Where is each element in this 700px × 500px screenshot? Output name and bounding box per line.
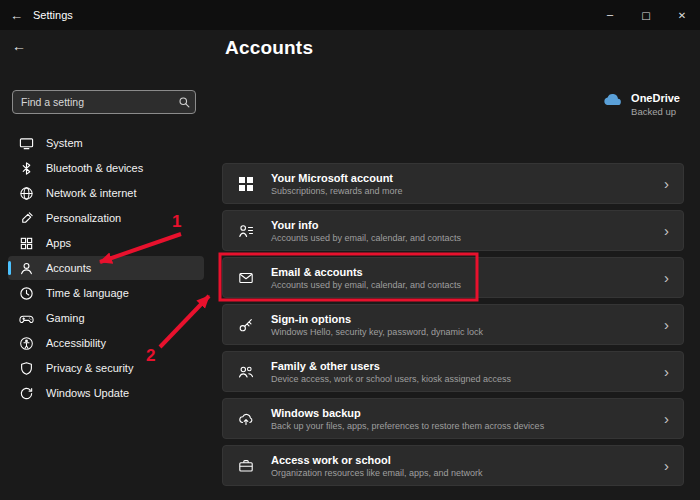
card-text: Your info Accounts used by email, calend…: [271, 219, 648, 243]
card-text: Your Microsoft account Subscriptions, re…: [271, 172, 648, 196]
card-text: Family & other users Device access, work…: [271, 360, 648, 384]
sidebar-item-label: Windows Update: [46, 387, 129, 399]
card-title: Your info: [271, 219, 648, 231]
sidebar-item-label: Privacy & security: [46, 362, 133, 374]
card-text: Access work or school Organization resou…: [271, 454, 648, 478]
chevron-right-icon: ›: [664, 411, 669, 426]
search-box[interactable]: [12, 90, 196, 114]
sidebar: System Bluetooth & devices Network & int…: [0, 30, 212, 500]
card-microsoft-account[interactable]: Your Microsoft account Subscriptions, re…: [222, 163, 684, 204]
bluetooth-icon: [18, 160, 34, 176]
titlebar-back-icon[interactable]: ←: [10, 8, 23, 23]
onedrive-status[interactable]: OneDrive Backed up: [601, 92, 680, 117]
people-icon: [237, 364, 255, 380]
titlebar-left: ← Settings: [0, 8, 73, 23]
card-subtitle: Accounts used by email, calendar, and co…: [271, 233, 648, 243]
card-title: Access work or school: [271, 454, 648, 466]
shield-icon: [18, 360, 34, 376]
window-controls: ─ □ ✕: [592, 0, 700, 30]
window-title: Settings: [33, 9, 73, 21]
sidebar-item-label: System: [46, 137, 83, 149]
microsoft-logo-icon: [237, 177, 255, 191]
sidebar-item-bluetooth-devices[interactable]: Bluetooth & devices: [8, 156, 204, 180]
key-icon: [237, 317, 255, 333]
card-subtitle: Accounts used by email, calendar, and co…: [271, 280, 648, 290]
brush-icon: [18, 210, 34, 226]
sidebar-item-time-language[interactable]: Time & language: [8, 281, 204, 305]
person-icon: [18, 260, 34, 276]
card-title: Email & accounts: [271, 266, 648, 278]
search-icon: [173, 96, 195, 109]
minimize-button[interactable]: ─: [592, 0, 628, 30]
card-subtitle: Windows Hello, security key, password, d…: [271, 327, 648, 337]
sidebar-item-system[interactable]: System: [8, 131, 204, 155]
sidebar-item-label: Accounts: [46, 262, 91, 274]
accessibility-icon: [18, 335, 34, 351]
sidebar-nav: System Bluetooth & devices Network & int…: [0, 130, 212, 406]
gamepad-icon: [18, 310, 34, 326]
sidebar-item-personalization[interactable]: Personalization: [8, 206, 204, 230]
briefcase-icon: [237, 458, 255, 474]
chevron-right-icon: ›: [664, 223, 669, 238]
main-content: Accounts OneDrive Backed up Your Microso…: [212, 30, 700, 500]
sidebar-item-apps[interactable]: Apps: [8, 231, 204, 255]
clock-icon: [18, 285, 34, 301]
sidebar-item-label: Network & internet: [46, 187, 136, 199]
card-subtitle: Device access, work or school users, kio…: [271, 374, 648, 384]
card-text: Sign-in options Windows Hello, security …: [271, 313, 648, 337]
card-text: Windows backup Back up your files, apps,…: [271, 407, 648, 431]
card-signin-options[interactable]: Sign-in options Windows Hello, security …: [222, 304, 684, 345]
person-card-icon: [237, 223, 255, 239]
chevron-right-icon: ›: [664, 317, 669, 332]
card-your-info[interactable]: Your info Accounts used by email, calend…: [222, 210, 684, 251]
card-title: Sign-in options: [271, 313, 648, 325]
card-access-work-school[interactable]: Access work or school Organization resou…: [222, 445, 684, 486]
card-text: Email & accounts Accounts used by email,…: [271, 266, 648, 290]
sidebar-item-label: Gaming: [46, 312, 85, 324]
globe-icon: [18, 185, 34, 201]
envelope-icon: [237, 270, 255, 286]
card-email-accounts[interactable]: Email & accounts Accounts used by email,…: [222, 257, 684, 298]
settings-card-list: Your Microsoft account Subscriptions, re…: [222, 163, 684, 492]
apps-grid-icon: [18, 235, 34, 251]
onedrive-text: OneDrive Backed up: [631, 92, 680, 117]
card-title: Your Microsoft account: [271, 172, 648, 184]
maximize-button[interactable]: □: [628, 0, 664, 30]
chevron-right-icon: ›: [664, 176, 669, 191]
sidebar-item-gaming[interactable]: Gaming: [8, 306, 204, 330]
card-title: Family & other users: [271, 360, 648, 372]
page-title: Accounts: [225, 37, 313, 59]
onedrive-name: OneDrive: [631, 92, 680, 104]
sidebar-item-accessibility[interactable]: Accessibility: [8, 331, 204, 355]
sidebar-item-label: Personalization: [46, 212, 121, 224]
onedrive-cloud-icon: [601, 92, 623, 112]
onedrive-backup-status: Backed up: [631, 106, 680, 117]
titlebar: ← Settings ─ □ ✕: [0, 0, 700, 30]
card-subtitle: Subscriptions, rewards and more: [271, 186, 648, 196]
cloud-backup-icon: [237, 411, 255, 427]
search-input[interactable]: [13, 91, 173, 113]
system-icon: [18, 135, 34, 151]
sidebar-item-privacy-security[interactable]: Privacy & security: [8, 356, 204, 380]
card-family-other-users[interactable]: Family & other users Device access, work…: [222, 351, 684, 392]
sidebar-item-windows-update[interactable]: Windows Update: [8, 381, 204, 405]
card-title: Windows backup: [271, 407, 648, 419]
sidebar-item-label: Time & language: [46, 287, 129, 299]
sidebar-item-network-internet[interactable]: Network & internet: [8, 181, 204, 205]
update-icon: [18, 385, 34, 401]
chevron-right-icon: ›: [664, 364, 669, 379]
card-subtitle: Organization resources like email, apps,…: [271, 468, 648, 478]
close-button[interactable]: ✕: [664, 0, 700, 30]
sidebar-item-label: Accessibility: [46, 337, 106, 349]
sidebar-item-label: Apps: [46, 237, 71, 249]
chevron-right-icon: ›: [664, 458, 669, 473]
chevron-right-icon: ›: [664, 270, 669, 285]
card-windows-backup[interactable]: Windows backup Back up your files, apps,…: [222, 398, 684, 439]
card-subtitle: Back up your files, apps, preferences to…: [271, 421, 648, 431]
sidebar-item-label: Bluetooth & devices: [46, 162, 143, 174]
sidebar-item-accounts[interactable]: Accounts: [8, 256, 204, 280]
